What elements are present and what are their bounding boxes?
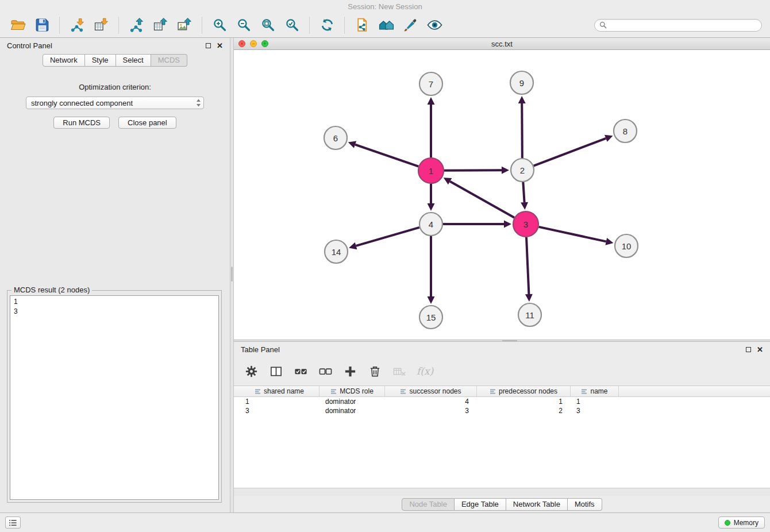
table-row[interactable]: 3dominator323 [234, 406, 770, 415]
graph-node-3[interactable]: 3 [513, 211, 538, 237]
graph-edge-4-14[interactable] [356, 228, 419, 246]
float-panel-icon[interactable] [746, 347, 751, 352]
table-cell[interactable]: 3 [385, 406, 477, 415]
edge-arrowhead [502, 167, 509, 174]
delete-column-button[interactable] [367, 364, 382, 379]
graph-node-11[interactable]: 11 [518, 303, 541, 326]
table-tab-edge-table[interactable]: Edge Table [455, 498, 506, 511]
column-header-predecessor-nodes[interactable]: predecessor nodes [477, 386, 571, 396]
deselect-all-button[interactable] [318, 364, 333, 379]
mcds-result-item[interactable]: 1 [14, 297, 215, 307]
horizontal-scrollbar[interactable] [234, 488, 770, 496]
memory-button[interactable]: Memory [718, 516, 765, 529]
export-image-button[interactable] [174, 16, 195, 35]
import-network-button[interactable] [67, 16, 87, 35]
table-tab-motifs[interactable]: Motifs [568, 498, 602, 511]
graph-edge-2-3[interactable] [523, 182, 524, 202]
graph-edge-2-9[interactable] [522, 103, 522, 158]
control-tab-style[interactable]: Style [85, 54, 116, 67]
apply-layout-button[interactable] [317, 16, 337, 35]
table-cell[interactable]: 4 [385, 397, 477, 406]
mcds-result-item[interactable]: 3 [14, 307, 215, 317]
horizontal-splitter[interactable] [234, 340, 770, 342]
graph-node-14[interactable]: 14 [325, 240, 348, 263]
graph-node-9[interactable]: 9 [510, 71, 533, 94]
trash-icon [368, 365, 382, 378]
table-settings-button[interactable] [244, 364, 259, 379]
apply-style-button[interactable] [400, 16, 421, 35]
table-cell[interactable]: 1 [571, 397, 619, 406]
graph-node-1[interactable]: 1 [418, 158, 444, 183]
graph-node-7[interactable]: 7 [419, 72, 442, 95]
column-header-MCDS-role[interactable]: MCDS role [319, 386, 385, 396]
column-type-icon [330, 388, 337, 395]
open-session-button[interactable] [7, 16, 28, 35]
column-header-successor-nodes[interactable]: successor nodes [385, 386, 477, 396]
export-network-button[interactable] [126, 16, 147, 35]
run-mcds-button[interactable]: Run MCDS [53, 117, 110, 129]
graph-node-4[interactable]: 4 [419, 213, 442, 236]
table-row[interactable]: 1dominator411 [234, 397, 770, 406]
vertical-splitter[interactable] [230, 38, 234, 512]
column-header-name[interactable]: name [571, 386, 619, 396]
control-tab-mcds[interactable]: MCDS [151, 54, 187, 67]
float-panel-icon[interactable] [206, 43, 211, 48]
close-window-button[interactable] [238, 40, 245, 47]
zoom-out-button[interactable] [233, 16, 254, 35]
zoom-fit-button[interactable] [257, 16, 278, 35]
table-cell[interactable]: 2 [477, 406, 571, 415]
search-input[interactable] [609, 21, 757, 30]
close-panel-icon[interactable]: ✕ [757, 346, 763, 353]
column-header-shared-name[interactable]: shared name [240, 386, 319, 396]
command-panel-button[interactable] [5, 516, 21, 529]
table-cell[interactable]: 1 [477, 397, 571, 406]
table-tab-node-table[interactable]: Node Table [402, 498, 455, 511]
splitter-grip[interactable] [231, 267, 233, 282]
control-tab-select[interactable]: Select [116, 54, 151, 67]
show-graphics-details-button[interactable] [424, 16, 445, 35]
graph-edge-3-11[interactable] [526, 237, 529, 294]
node-label: 2 [520, 165, 525, 175]
import-table-button[interactable] [91, 16, 111, 35]
column-header-label: name [590, 387, 607, 395]
export-table-button[interactable] [150, 16, 171, 35]
graph-edge-3-1[interactable] [450, 182, 514, 218]
close-panel-button[interactable]: Close panel [118, 117, 176, 129]
table-cell[interactable]: dominator [319, 406, 385, 415]
graph-edge-1-2[interactable] [444, 170, 502, 171]
table-cell[interactable]: 3 [240, 406, 319, 415]
select-all-button[interactable] [293, 364, 308, 379]
criterion-dropdown[interactable]: strongly connected component [26, 97, 204, 109]
minimize-window-button[interactable] [250, 40, 257, 47]
splitter-grip[interactable] [502, 340, 517, 341]
close-panel-icon[interactable]: ✕ [217, 42, 223, 49]
export-network-icon [129, 17, 144, 33]
mcds-panel: Optimization criterion: strongly connect… [0, 70, 230, 512]
zoom-selected-button[interactable] [282, 16, 302, 35]
add-column-button[interactable] [342, 364, 357, 379]
table-tab-network-table[interactable]: Network Table [506, 498, 568, 511]
graph-edge-2-8[interactable] [534, 138, 606, 166]
network-from-clipboard-button[interactable] [352, 16, 372, 35]
table-cell[interactable]: 1 [240, 397, 319, 406]
graph-edge-3-10[interactable] [538, 227, 606, 241]
network-canvas[interactable]: 7968124314101511 [234, 50, 770, 340]
zoom-in-button[interactable] [209, 16, 230, 35]
graph-node-6[interactable]: 6 [324, 126, 347, 149]
search-box[interactable] [594, 19, 762, 32]
column-layout-button[interactable] [268, 364, 283, 379]
edge-arrowhead [605, 238, 613, 245]
first-neighbors-button[interactable] [376, 16, 396, 35]
maximize-window-button[interactable] [261, 40, 268, 47]
save-session-button[interactable] [32, 16, 52, 35]
graph-edge-1-6[interactable] [355, 145, 418, 167]
table-cell[interactable]: dominator [319, 397, 385, 406]
graph-node-10[interactable]: 10 [615, 234, 638, 257]
table-cell[interactable]: 3 [571, 406, 619, 415]
mcds-result-list[interactable]: 13 [10, 295, 219, 500]
graph-node-8[interactable]: 8 [614, 119, 637, 142]
node-label: 14 [332, 247, 341, 257]
graph-node-2[interactable]: 2 [511, 159, 534, 182]
control-tab-network[interactable]: Network [43, 54, 85, 67]
graph-node-15[interactable]: 15 [419, 306, 442, 329]
